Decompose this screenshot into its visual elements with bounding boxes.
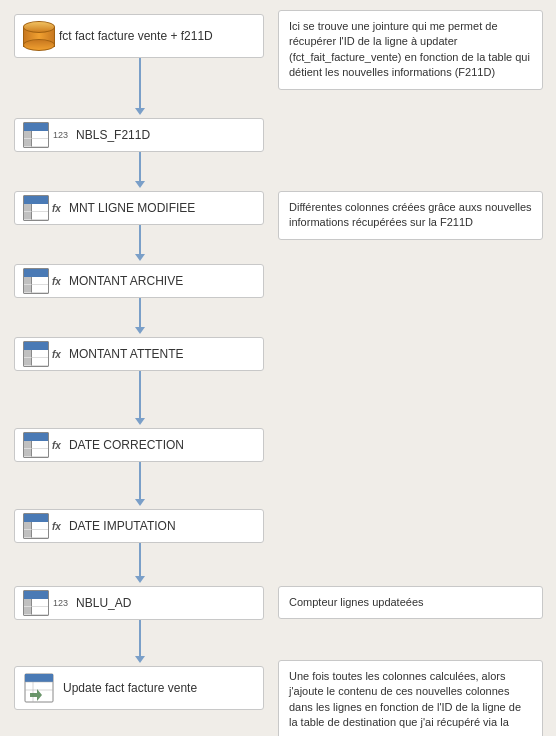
arrow-8 [135,656,145,663]
arrow-1 [135,108,145,115]
icon-123-label: 123 [53,130,68,140]
annotation-1: Ici se trouve une jointure qui me permet… [278,10,543,90]
node-db[interactable]: fct fact facture vente + f211D [14,14,264,58]
fx-label-5: fx [52,521,61,532]
node-montant-attente-label: MONTANT ATTENTE [69,347,184,361]
table-icon-fx4 [23,432,49,458]
table-icon-fx3 [23,341,49,367]
arrow-5 [135,418,145,425]
db-icon [23,22,51,50]
fx-label-3: fx [52,349,61,360]
node-date-correction-label: DATE CORRECTION [69,438,184,452]
connector-1 [139,58,141,113]
table-icon-fx5 [23,513,49,539]
annotation-3-text: Compteur lignes updateées [289,596,424,608]
connector-8 [139,616,141,661]
node-date-imputation[interactable]: fx DATE IMPUTATION [14,509,264,543]
fx-label-2: fx [52,276,61,287]
connector-6 [139,458,141,504]
arrow-2 [135,181,145,188]
svg-rect-1 [25,674,53,682]
arrow-3 [135,254,145,261]
node-date-imputation-label: DATE IMPUTATION [69,519,176,533]
annotation-4: Une fois toutes les colonnes calculées, … [278,660,543,736]
node-update-label: Update fact facture vente [63,681,197,695]
annotation-3: Compteur lignes updateées [278,586,543,619]
node-db-label: fct fact facture vente + f211D [59,29,213,43]
annotation-4-text: Une fois toutes les colonnes calculées, … [289,670,521,736]
icon-123-label-nblu: 123 [53,598,68,608]
node-mnt-ligne[interactable]: fx MNT LIGNE MODIFIEE [14,191,264,225]
node-nbls[interactable]: 123 NBLS_F211D [14,118,264,152]
annotation-2-text: Différentes colonnes créées grâce auxs n… [289,201,532,228]
arrow-7 [135,576,145,583]
connector-5 [139,367,141,423]
node-nbls-label: NBLS_F211D [76,128,150,142]
fx-label-4: fx [52,440,61,451]
annotation-2: Différentes colonnes créées grâce auxs n… [278,191,543,240]
node-update[interactable]: Update fact facture vente [14,666,264,710]
table-icon-nbls [23,122,49,148]
arrow-6 [135,499,145,506]
fx-label-1: fx [52,203,61,214]
connector-7 [139,539,141,581]
node-date-correction[interactable]: fx DATE CORRECTION [14,428,264,462]
node-montant-attente[interactable]: fx MONTANT ATTENTE [14,337,264,371]
arrow-4 [135,327,145,334]
table-icon-fx1 [23,195,49,221]
node-nblu-label: NBLU_AD [76,596,131,610]
update-icon [23,672,55,704]
node-montant-archive[interactable]: fx MONTANT ARCHIVE [14,264,264,298]
table-icon-fx2 [23,268,49,294]
annotation-1-text: Ici se trouve une jointure qui me permet… [289,20,530,78]
node-mnt-ligne-label: MNT LIGNE MODIFIEE [69,201,195,215]
node-nblu[interactable]: 123 NBLU_AD [14,586,264,620]
node-montant-archive-label: MONTANT ARCHIVE [69,274,183,288]
table-icon-nblu [23,590,49,616]
canvas: fct fact facture vente + f211D 123 NBLS_… [0,0,556,736]
